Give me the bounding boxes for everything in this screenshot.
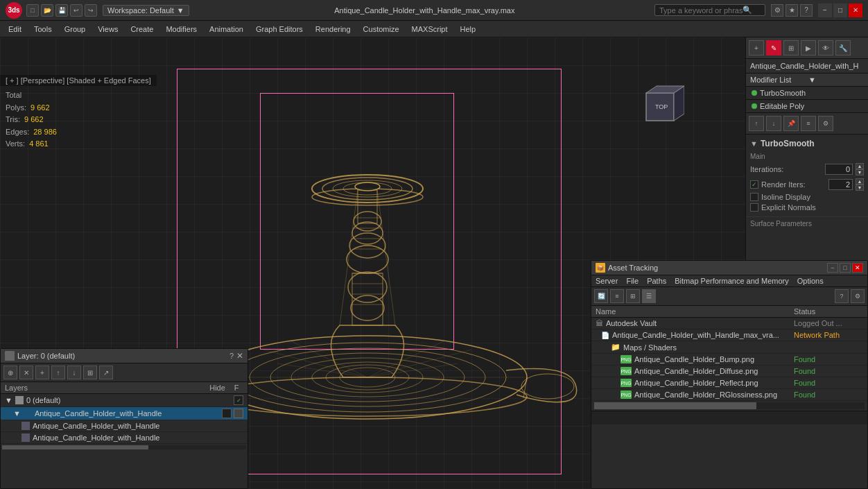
ts-explicit-checkbox[interactable] — [750, 203, 758, 212]
ts-render-up[interactable]: ▲ — [856, 178, 864, 185]
utility-icon[interactable]: 🔧 — [835, 40, 851, 55]
ts-iter-down[interactable]: ▼ — [856, 169, 864, 175]
search-input[interactable] — [659, 6, 743, 15]
minimize-button[interactable]: − — [818, 3, 832, 17]
ap-tool-grid[interactable]: ⊞ — [626, 289, 640, 303]
ap-menu-options[interactable]: Options — [797, 277, 824, 285]
ts-isoline-checkbox[interactable] — [750, 193, 758, 201]
save-button[interactable]: 💾 — [55, 4, 68, 17]
menu-tools[interactable]: Tools — [28, 24, 58, 35]
ts-iterations-input[interactable] — [825, 164, 853, 175]
modifier-tool-show-all[interactable]: ≡ — [801, 116, 816, 131]
menu-customize[interactable]: Customize — [358, 24, 405, 35]
asset-row-vault[interactable]: 🏛 Autodesk Vault Logged Out ... — [591, 318, 867, 329]
create-mode-icon[interactable]: + — [749, 40, 764, 55]
layer-scrollbar[interactable] — [2, 445, 246, 449]
menu-modifiers[interactable]: Modifiers — [160, 24, 202, 35]
layer-panel-help[interactable]: ? — [229, 352, 234, 360]
asset-row-diffuse[interactable]: PNG Antique_Candle_Holder_Diffuse.png Fo… — [591, 366, 867, 377]
layer-freeze-indicator — [234, 409, 243, 418]
viewport-cube[interactable]: TOP — [636, 83, 684, 131]
ts-collapse-icon[interactable]: ▼ — [750, 139, 758, 148]
asset-maximize[interactable]: □ — [840, 263, 851, 273]
menu-graph-editors[interactable]: Graph Editors — [250, 24, 309, 35]
ap-tool-list[interactable]: ≡ — [610, 289, 624, 303]
redo-button[interactable]: ↪ — [85, 4, 97, 17]
asset-row-reflect[interactable]: PNG Antique_Candle_Holder_Reflect.png Fo… — [591, 377, 867, 389]
lp-tool-add[interactable]: + — [35, 366, 49, 379]
layer-icon — [21, 422, 30, 430]
layer-row-name: ▼ Antique_Candle_Holder_with_Handle — [13, 409, 222, 418]
ap-menu-file[interactable]: File — [626, 277, 639, 285]
ap-tool-details[interactable]: ☰ — [642, 289, 656, 303]
asset-row-glossiness[interactable]: PNG Antique_Candle_Holder_RGlossiness.pn… — [591, 389, 867, 401]
menu-group[interactable]: Group — [59, 24, 92, 35]
ts-render-input[interactable] — [828, 179, 853, 190]
menu-help[interactable]: Help — [455, 24, 482, 35]
ts-render-down[interactable]: ▼ — [856, 185, 864, 191]
ts-render-checkbox[interactable] — [750, 180, 758, 189]
search-box[interactable]: 🔍 — [654, 4, 765, 16]
ap-menu-server[interactable]: Server — [596, 277, 618, 285]
hierarchy-icon[interactable]: ⊞ — [783, 40, 799, 55]
modifier-tool-2[interactable]: ↓ — [766, 116, 781, 131]
layer-hide-check[interactable] — [222, 409, 232, 418]
layer-row-sub2[interactable]: Antique_Candle_Holder_with_Handle — [1, 432, 248, 444]
polys-value: 9 662 — [31, 102, 50, 114]
modifier-tool-pin[interactable]: 📌 — [783, 116, 799, 131]
modifier-list-label: Modifier List — [750, 76, 806, 84]
menu-edit[interactable]: Edit — [3, 24, 27, 35]
layer-row-candle-holder[interactable]: ▼ Antique_Candle_Holder_with_Handle — [1, 407, 248, 420]
modifier-name: Editable Poly — [760, 102, 804, 110]
modifier-tool-1[interactable]: ↑ — [749, 116, 764, 131]
modify-mode-icon[interactable]: ✎ — [766, 40, 781, 55]
layer-row-sub1[interactable]: Antique_Candle_Holder_with_Handle — [1, 420, 248, 432]
lp-tool-1[interactable]: ⊕ — [3, 366, 17, 379]
new-button[interactable]: □ — [26, 4, 39, 17]
menu-animation[interactable]: Animation — [204, 24, 249, 35]
asset-row-bump[interactable]: PNG Antique_Candle_Holder_Bump.png Found — [591, 354, 867, 366]
asset-row-folder[interactable]: 📁 Maps / Shaders — [591, 341, 867, 354]
asset-col-headers: Name Status — [591, 306, 867, 318]
icon2[interactable]: ★ — [785, 4, 798, 17]
maximize-button[interactable]: □ — [833, 3, 847, 17]
asset-close[interactable]: ✕ — [852, 263, 863, 273]
open-button[interactable]: 📂 — [41, 4, 53, 17]
ap-menu-bitmap[interactable]: Bitmap Performance and Memory — [675, 277, 788, 285]
lp-tool-merge[interactable]: ⊞ — [83, 366, 97, 379]
icon1[interactable]: ⚙ — [771, 4, 783, 17]
motion-icon[interactable]: ▶ — [801, 40, 816, 55]
modifier-tool-config[interactable]: ⚙ — [818, 116, 833, 131]
ap-tool-refresh[interactable]: 🔄 — [594, 289, 608, 303]
menu-rendering[interactable]: Rendering — [310, 24, 356, 35]
ts-iter-up[interactable]: ▲ — [856, 163, 864, 169]
lp-tool-select[interactable]: ↗ — [99, 366, 113, 379]
layer-hide-check[interactable]: ✓ — [234, 395, 243, 405]
ap-tool-settings[interactable]: ⚙ — [851, 289, 865, 303]
layer-expand-icon: ▼ — [13, 409, 21, 418]
asset-row-name: 📄 Antique_Candle_Holder_with_Handle_max_… — [601, 331, 794, 339]
lp-tool-delete[interactable]: ✕ — [19, 366, 33, 379]
lp-tool-move-up[interactable]: ↑ — [51, 366, 65, 379]
asset-scrollbar-h[interactable] — [594, 402, 865, 409]
display-icon[interactable]: 👁 — [818, 40, 833, 55]
workspace-selector[interactable]: Workspace: Default ▼ — [103, 5, 189, 16]
ap-menu-paths[interactable]: Paths — [647, 277, 666, 285]
menu-create[interactable]: Create — [125, 24, 159, 35]
ap-tool-help[interactable]: ? — [835, 289, 849, 303]
modifier-item-editable-poly[interactable]: Editable Poly — [746, 100, 868, 113]
lp-tool-move-down[interactable]: ↓ — [67, 366, 81, 379]
layer-row-default[interactable]: ▼ 0 (default) ✓ — [1, 394, 248, 407]
asset-minimize[interactable]: − — [827, 263, 838, 273]
help-icon[interactable]: ? — [800, 4, 813, 17]
asset-row-maxfile[interactable]: 📄 Antique_Candle_Holder_with_Handle_max_… — [591, 329, 867, 341]
modifier-item-turbosmooth[interactable]: TurboSmooth — [746, 87, 868, 100]
menu-maxscript[interactable]: MAXScript — [406, 24, 453, 35]
layer-panel-close[interactable]: ✕ — [236, 351, 243, 361]
viewport-stats: Total Polys: 9 662 Tris: 9 662 Edges: 28… — [6, 89, 57, 151]
layer-name: Antique_Candle_Holder_with_Handle — [33, 434, 159, 442]
close-button[interactable]: ✕ — [849, 3, 862, 17]
menu-views[interactable]: Views — [92, 24, 123, 35]
undo-button[interactable]: ↩ — [70, 4, 83, 17]
max-file-icon: 📄 — [601, 332, 609, 339]
